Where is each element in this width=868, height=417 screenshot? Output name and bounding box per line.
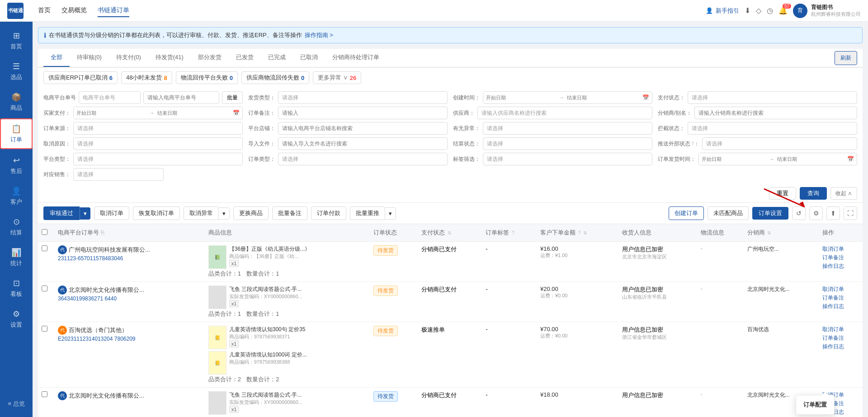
buyer-payment-start[interactable] bbox=[74, 107, 149, 119]
row3-order-no[interactable]: E20231112314013204 7806209 bbox=[58, 336, 201, 342]
alert-erp-cancelled[interactable]: 供应商ERP订单已取消 6 bbox=[43, 71, 118, 84]
platform-no-type-select[interactable]: 电商平台单号 bbox=[79, 91, 141, 104]
tab-pending-ship[interactable]: 待发货(41) bbox=[148, 49, 191, 67]
replace-goods-button[interactable]: 更换商品 bbox=[233, 206, 269, 220]
abnormal-select[interactable]: 请选择 bbox=[483, 122, 652, 135]
clock-icon[interactable]: ◷ bbox=[767, 6, 773, 15]
row3-log-link[interactable]: 操作日志 bbox=[822, 343, 859, 351]
sidebar-item-customer[interactable]: 👤 客户 bbox=[0, 182, 33, 211]
tab-pending-review[interactable]: 待审核(0) bbox=[70, 49, 109, 67]
nav-orders[interactable]: 书链通订单 bbox=[98, 5, 129, 17]
row2-note-link[interactable]: 订单备注 bbox=[822, 294, 859, 302]
row4-checkbox[interactable] bbox=[42, 391, 47, 397]
collapse-button[interactable]: 收起 ∧ bbox=[830, 187, 857, 200]
cancel-abnormal-dropdown[interactable]: ▾ bbox=[218, 207, 230, 220]
operation-guide-link[interactable]: 操作指南 > bbox=[305, 31, 333, 39]
notification-btn[interactable]: 🔔 57 bbox=[778, 6, 788, 15]
sidebar-item-settings[interactable]: ⚙ 设置 bbox=[0, 305, 33, 333]
column-settings-icon-btn[interactable]: ⚙ bbox=[809, 206, 823, 220]
create-order-button[interactable]: 创建订单 bbox=[669, 206, 704, 220]
supplier-select[interactable]: 请输入供应商名称进行搜索 bbox=[477, 107, 652, 119]
tab-all[interactable]: 全部 bbox=[43, 49, 70, 67]
star-icon[interactable]: ◇ bbox=[756, 6, 761, 15]
cancel-order-button[interactable]: 取消订单 bbox=[94, 206, 129, 220]
order-note-input[interactable] bbox=[278, 107, 448, 119]
batch-note-button[interactable]: 批量备注 bbox=[272, 206, 307, 220]
tab-pending-payment[interactable]: 待支付(0) bbox=[109, 49, 148, 67]
fullscreen-icon-btn[interactable]: ⛶ bbox=[844, 206, 857, 220]
sidebar-item-home[interactable]: ⊞ 首页 bbox=[0, 26, 33, 55]
sidebar-item-goods[interactable]: 📦 商品 bbox=[0, 88, 33, 117]
alert-logistics-fail[interactable]: 物流回传平台失败 0 bbox=[176, 71, 238, 84]
restore-cancel-button[interactable]: 恢复取消订单 bbox=[133, 206, 180, 220]
push-status-select[interactable]: 请选择 bbox=[702, 137, 857, 150]
platform-no-input[interactable] bbox=[143, 91, 219, 104]
row1-log-link[interactable]: 操作日志 bbox=[822, 262, 859, 270]
intercept-select[interactable]: 请选择 bbox=[688, 122, 857, 135]
row1-cancel-link[interactable]: 取消订单 bbox=[822, 245, 859, 253]
cancel-reason-select[interactable]: 请选择 bbox=[73, 137, 243, 150]
platform-shop-input[interactable] bbox=[278, 122, 448, 135]
row3-checkbox[interactable] bbox=[42, 326, 47, 332]
unmatch-goods-button[interactable]: 未匹配商品 bbox=[708, 206, 749, 220]
nav-overview[interactable]: 交易概览 bbox=[61, 5, 87, 17]
order-type-select[interactable]: 请选择 bbox=[278, 153, 448, 165]
approve-button[interactable]: 审核通过 bbox=[43, 206, 80, 220]
tab-cancelled[interactable]: 已取消 bbox=[293, 49, 325, 67]
alert-supplier-fail[interactable]: 供应商物流回传失败 0 bbox=[241, 71, 309, 84]
settlement-select[interactable]: 请选择 bbox=[483, 137, 652, 150]
order-settings-button[interactable]: 订单设置 bbox=[752, 207, 788, 220]
batch-button[interactable]: 批量 bbox=[222, 91, 243, 104]
export-icon-btn[interactable]: ⬆ bbox=[826, 206, 840, 220]
distributor-alias-input[interactable] bbox=[694, 107, 857, 119]
sidebar-item-select[interactable]: ☰ 选品 bbox=[0, 57, 33, 86]
import-file-input[interactable] bbox=[278, 137, 448, 150]
row3-qty-summary: 品类合计：2 数量合计：2 bbox=[208, 375, 366, 384]
select-all-checkbox[interactable] bbox=[42, 229, 47, 235]
tab-distributor-pending[interactable]: 分销商待处理订单 bbox=[325, 49, 387, 67]
reset-button[interactable]: 重置 bbox=[769, 187, 796, 200]
platform-type-select[interactable]: 请选择 bbox=[73, 153, 243, 165]
row2-order-no[interactable]: 364340199836271 6440 bbox=[58, 295, 201, 302]
ship-time-start[interactable] bbox=[699, 153, 769, 165]
row1-note-link[interactable]: 订单备注 bbox=[822, 254, 859, 262]
sidebar-item-aftersale[interactable]: ↩ 售后 bbox=[0, 151, 33, 180]
sidebar-item-order[interactable]: 📋 订单 bbox=[0, 118, 33, 149]
row2-cancel-link[interactable]: 取消订单 bbox=[822, 286, 859, 293]
payment-status-select[interactable]: 请选择 bbox=[688, 91, 857, 104]
cancel-abnormal-button[interactable]: 取消异常 bbox=[184, 206, 218, 220]
sidebar-item-settlement[interactable]: ⊙ 结算 bbox=[0, 212, 33, 241]
query-button[interactable]: 查询 bbox=[800, 187, 827, 200]
sidebar-item-dashboard[interactable]: ⊡ 看板 bbox=[0, 274, 33, 303]
row1-checkbox[interactable] bbox=[42, 245, 47, 251]
nav-home[interactable]: 首页 bbox=[38, 5, 51, 17]
row3-cancel-link[interactable]: 取消订单 bbox=[822, 326, 859, 333]
sidebar-item-stats[interactable]: 📊 统计 bbox=[0, 243, 33, 272]
alert-48h-no-ship[interactable]: 48小时未发货 8 bbox=[121, 71, 172, 84]
buyer-payment-end[interactable] bbox=[155, 107, 230, 119]
tab-completed[interactable]: 已完成 bbox=[261, 49, 293, 67]
tag-select[interactable]: 请选择 bbox=[483, 153, 652, 165]
batch-retry-button[interactable]: 批量重推 bbox=[350, 206, 385, 220]
row3-note-link[interactable]: 订单备注 bbox=[822, 334, 859, 342]
order-payment-button[interactable]: 订单付款 bbox=[311, 206, 346, 220]
create-time-end[interactable] bbox=[564, 92, 640, 103]
alert-more[interactable]: 更多异常 ∨ 26 bbox=[313, 71, 361, 84]
batch-retry-dropdown[interactable]: ▾ bbox=[385, 207, 396, 220]
refresh-button[interactable]: 刷新 bbox=[835, 51, 857, 65]
approve-dropdown[interactable]: ▾ bbox=[80, 207, 90, 220]
row1-order-no[interactable]: 231123-657011578483046 bbox=[58, 255, 201, 262]
tab-partial-ship[interactable]: 部分发货 bbox=[191, 49, 229, 67]
tab-shipped[interactable]: 已发货 bbox=[229, 49, 261, 67]
row2-checkbox[interactable] bbox=[42, 286, 47, 291]
ship-time-end[interactable] bbox=[774, 153, 844, 165]
create-time-start[interactable] bbox=[483, 92, 559, 103]
sidebar-overview[interactable]: ≡ 总览 bbox=[0, 395, 33, 412]
salesperson-select[interactable]: 请选择 bbox=[73, 168, 164, 181]
download-icon[interactable]: ⬇ bbox=[745, 6, 750, 15]
refresh-icon-btn[interactable]: ↺ bbox=[792, 206, 806, 220]
guide-link[interactable]: 👤 新手指引 bbox=[706, 7, 739, 15]
ship-type-select[interactable]: 请选择 bbox=[278, 91, 448, 104]
order-source-select[interactable]: 请选择 bbox=[73, 122, 243, 135]
row2-log-link[interactable]: 操作日志 bbox=[822, 303, 859, 310]
